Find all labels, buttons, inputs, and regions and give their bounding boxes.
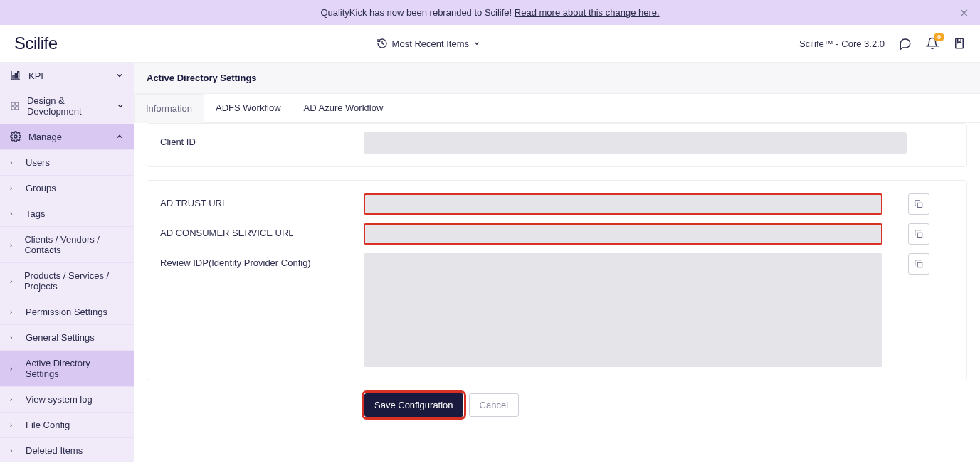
ad-consumer-url-input[interactable] [364,223,882,245]
copy-ad-consumer-button[interactable] [908,223,929,245]
top-bar: Scilife Most Recent Items Scilife™ - Cor… [0,25,980,63]
cancel-button[interactable]: Cancel [469,393,519,417]
copy-ad-trust-button[interactable] [908,193,929,215]
sidebar-item-label: KPI [28,70,43,81]
feedback-icon[interactable] [899,37,912,50]
review-idp-textarea[interactable] [364,253,882,367]
svg-rect-9 [917,203,922,207]
review-idp-label: Review IDP(Identity Provider Config) [160,253,352,268]
svg-point-8 [14,135,17,138]
notifications-icon[interactable]: 0 [926,37,939,50]
tab[interactable]: ADFS Workflow [204,94,293,122]
chevron-right-icon: › [10,159,19,166]
svg-rect-10 [917,233,922,237]
sidebar-item-label: Tags [26,208,45,219]
sidebar-item-label: Active Directory Settings [26,358,124,379]
history-icon [376,38,388,49]
chart-icon [10,70,21,81]
copy-review-idp-button[interactable] [908,253,929,275]
save-configuration-button[interactable]: Save Configuration [364,393,463,417]
chevron-right-icon: › [10,447,19,454]
chevron-down-icon [115,71,124,80]
svg-rect-6 [11,107,14,110]
copy-icon [914,199,924,209]
sidebar-sub-item[interactable]: ›Deleted Items [0,437,134,462]
recent-items-label: Most Recent Items [392,38,469,49]
svg-rect-1 [13,75,14,78]
sidebar-item-label: Permission Settings [26,307,107,317]
chevron-down-icon [473,40,480,47]
version-label: Scilife™ - Core 3.2.0 [799,38,885,49]
chevron-right-icon: › [10,210,19,218]
svg-rect-4 [11,102,14,105]
tab[interactable]: Information [134,94,204,123]
sidebar-sub-item[interactable]: ›Products / Services / Projects [0,262,134,299]
sidebar-item-label: Manage [28,132,62,142]
page-title: Active Directory Settings [134,63,980,94]
sidebar-sub-item[interactable]: ›Clients / Vendors / Contacts [0,226,134,262]
sidebar-item-label: Groups [26,183,56,193]
ad-trust-url-label: AD TRUST URL [160,193,352,208]
sidebar-item-manage[interactable]: Manage [0,124,134,149]
copy-icon [914,229,924,239]
chevron-right-icon: › [10,277,17,285]
close-icon[interactable]: ✕ [959,6,969,19]
svg-rect-3 [18,72,19,78]
sidebar-sub-item[interactable]: ›View system log [0,386,134,412]
svg-rect-11 [917,262,922,267]
ad-trust-url-input[interactable] [364,193,882,215]
chevron-right-icon: › [10,395,19,403]
copy-icon [914,259,924,269]
ad-consumer-url-label: AD CONSUMER SERVICE URL [160,223,352,238]
chevron-right-icon: › [10,365,19,373]
notification-badge: 0 [934,33,944,41]
sidebar-item-design-development[interactable]: Design & Development [0,88,134,124]
sidebar-item-label: View system log [26,394,93,405]
sidebar-item-label: Design & Development [27,95,110,117]
sidebar-sub-item[interactable]: ›Permission Settings [0,299,134,324]
tab[interactable]: AD Azure Workflow [293,94,395,122]
client-id-input[interactable] [364,132,907,154]
grid-icon [10,100,20,112]
sidebar-item-label: Products / Services / Projects [24,270,124,292]
sidebar-sub-item[interactable]: ›Users [0,149,134,175]
svg-rect-7 [16,107,19,110]
banner-link[interactable]: Read more about this change here. [515,7,660,18]
sidebar-sub-item[interactable]: ›Groups [0,175,134,201]
chevron-right-icon: › [10,421,19,429]
chevron-right-icon: › [10,184,19,192]
client-id-label: Client ID [160,132,352,147]
bookmark-icon[interactable] [953,37,966,50]
svg-rect-0 [956,38,964,48]
chevron-right-icon: › [10,334,19,341]
rebrand-banner: QualityKick has now been rebranded to Sc… [0,0,980,25]
chevron-down-icon [117,102,124,110]
sidebar-sub-item[interactable]: ›Tags [0,201,134,226]
sidebar-sub-item[interactable]: ›File Config [0,412,134,437]
sidebar: KPI Design & Development Manage ›Users›G… [0,63,134,462]
svg-rect-2 [15,73,16,78]
banner-text: QualityKick has now been rebranded to Sc… [320,7,514,18]
chevron-right-icon: › [10,308,19,316]
tabs: InformationADFS WorkflowAD Azure Workflo… [134,94,980,123]
sidebar-sub-item[interactable]: ›General Settings [0,324,134,350]
sidebar-sub-item[interactable]: ›Active Directory Settings [0,350,134,386]
sidebar-item-label: General Settings [26,332,95,343]
chevron-right-icon: › [10,241,17,249]
svg-rect-5 [16,102,19,105]
sidebar-item-label: Deleted Items [26,445,83,456]
sidebar-item-label: Clients / Vendors / Contacts [24,234,124,255]
sidebar-item-label: File Config [26,420,70,430]
sidebar-item-label: Users [26,157,50,168]
sidebar-item-kpi[interactable]: KPI [0,63,134,88]
recent-items-dropdown[interactable]: Most Recent Items [376,38,480,49]
logo[interactable]: Scilife [14,33,58,53]
chevron-up-icon [115,132,124,141]
gear-icon [10,131,21,142]
